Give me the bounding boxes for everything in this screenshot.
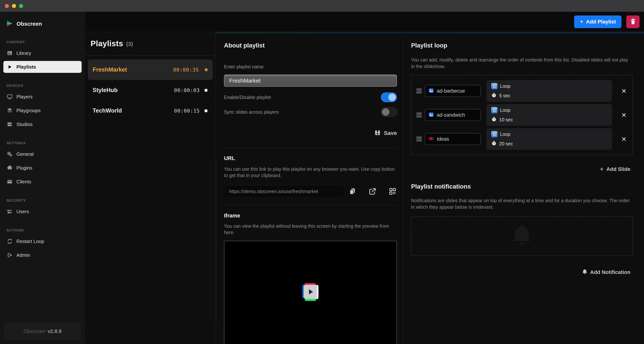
add-notification-button[interactable]: Add Notification <box>411 268 630 276</box>
slides-container: ad-barbecue Loop <box>411 75 633 155</box>
playlist-url-input[interactable] <box>224 185 344 198</box>
maximize-window-button[interactable] <box>19 4 23 8</box>
sidebar-item-label: Playlists <box>16 64 36 70</box>
sidebar-item-general[interactable]: General <box>0 148 85 160</box>
slide-settings-card[interactable]: Loop 5 sec <box>486 80 612 102</box>
sidebar-item-label: Players <box>16 94 32 100</box>
sidebar-item-label: Clients <box>16 179 31 185</box>
sidebar-item-studios[interactable]: Studios <box>0 118 85 130</box>
slide-name-pill[interactable]: ad-sandwich <box>425 109 481 121</box>
sidebar-item-clients[interactable]: Clients <box>0 176 85 188</box>
image-icon <box>6 50 13 56</box>
playlist-row-freshmarket[interactable]: FreshMarket 00:00:35 ★ <box>88 60 213 80</box>
url-section-title: URL <box>224 155 397 162</box>
slide-row-ad-barbecue: ad-barbecue Loop <box>416 80 628 102</box>
play-icon <box>6 64 13 70</box>
sidebar-item-plugins[interactable]: Plugins <box>0 162 85 174</box>
minimize-window-button[interactable] <box>12 4 16 8</box>
loop-icon <box>491 107 498 113</box>
playlist-duration: 00:00:15 <box>174 108 200 114</box>
add-slide-button[interactable]: + Add Slide <box>411 165 630 173</box>
sidebar-section-devices: DEVICES <box>6 84 85 88</box>
sync-slides-row: Sync slides across players <box>224 107 397 117</box>
sidebar-section-security: SECURITY <box>6 198 85 203</box>
playlist-loop-panel: Playlist loop You can add, modify, delet… <box>402 32 644 344</box>
iframe-section-title: Iframe <box>224 212 397 219</box>
sidebar-item-label: Playgroups <box>16 108 40 114</box>
remove-slide-button[interactable]: × <box>620 87 628 95</box>
remove-slide-button[interactable]: × <box>620 111 628 119</box>
slide-settings-card[interactable]: Loop 10 sec <box>486 104 612 126</box>
drag-handle-icon[interactable] <box>416 89 422 93</box>
layers-icon <box>6 108 13 114</box>
sidebar-item-playlists[interactable]: Playlists <box>3 61 82 73</box>
app-name: Obscreen <box>16 21 42 27</box>
playlist-row-stylehub[interactable]: StyleHub 00:00:03 <box>88 80 213 100</box>
sidebar-item-label: Plugins <box>16 165 32 171</box>
playlist-name-input[interactable] <box>224 74 397 87</box>
stopwatch-icon <box>491 116 497 123</box>
puzzle-icon <box>6 165 13 171</box>
floppy-save-icon <box>374 129 381 137</box>
sidebar-item-label: Library <box>16 50 31 56</box>
sidebar-item-users[interactable]: Users <box>0 206 85 218</box>
drag-handle-icon[interactable] <box>416 113 422 117</box>
square-marker-icon <box>204 89 208 92</box>
sidebar-item-restart-loop[interactable]: Restart Loop <box>0 235 85 247</box>
remove-slide-button[interactable]: × <box>620 135 628 143</box>
sidebar-section-content: CONTENT <box>6 40 85 45</box>
playlist-name-label: Enter playlist name <box>224 64 397 70</box>
toggle-knob <box>388 94 396 101</box>
drag-handle-icon[interactable] <box>416 137 422 141</box>
about-playlist-panel: About playlist Enter playlist name Enabl… <box>215 32 402 344</box>
playlists-panel: Playlists (3) FreshMarket 00:00:35 ★ Sty… <box>85 32 215 344</box>
sidebar-item-label: Restart Loop <box>16 238 44 244</box>
iframe-section-description: You can view the playlist without leavin… <box>224 223 397 236</box>
playlist-duration: 00:00:35 <box>173 67 199 73</box>
section-divider <box>224 148 397 148</box>
refresh-icon <box>6 238 13 244</box>
playlists-title: Playlists <box>90 39 123 48</box>
sidebar-item-admin[interactable]: Admin <box>0 249 85 261</box>
footer-app-version: v2.8.9 <box>48 328 62 334</box>
playlist-row-techworld[interactable]: TechWorld 00:00:15 <box>88 100 213 121</box>
notifications-empty-container <box>411 216 633 256</box>
close-window-button[interactable] <box>5 4 9 8</box>
url-section-description: You can use this link to play this playl… <box>224 166 397 178</box>
loop-icon <box>491 131 498 137</box>
stopwatch-icon <box>491 140 497 147</box>
footer-app-name: Obscreen <box>24 328 45 334</box>
sidebar: Obscreen CONTENT Library Playlists DEVIC… <box>0 12 85 344</box>
slide-settings-card[interactable]: Loop 20 sec <box>486 128 612 150</box>
sidebar-item-players[interactable]: Players <box>0 91 85 103</box>
slide-name-pill[interactable]: ad-barbecue <box>425 85 481 97</box>
qr-code-button[interactable] <box>388 187 397 196</box>
playlist-loop-title: Playlist loop <box>411 42 633 49</box>
playlists-header: Playlists (3) <box>85 32 215 56</box>
add-playlist-button[interactable]: + Add Playlist <box>574 16 622 28</box>
sidebar-item-library[interactable]: Library <box>0 47 85 59</box>
top-action-bar: + Add Playlist <box>85 12 644 32</box>
playlist-duration: 00:00:03 <box>174 88 200 93</box>
panel-scrollbar[interactable] <box>216 161 217 323</box>
playlists-list: FreshMarket 00:00:35 ★ StyleHub 00:00:03… <box>85 56 215 121</box>
sidebar-item-label: Studios <box>16 122 32 127</box>
slide-name-pill[interactable]: Ideas <box>425 133 481 145</box>
copy-url-button[interactable] <box>348 187 357 196</box>
iframe-preview[interactable] <box>224 241 397 344</box>
open-external-link-button[interactable] <box>368 187 377 196</box>
sidebar-item-label: Admin <box>16 252 30 258</box>
enable-playlist-toggle[interactable] <box>381 92 397 102</box>
url-row <box>224 185 397 198</box>
save-button[interactable]: Save <box>224 129 397 137</box>
bell-placeholder-icon <box>511 224 533 248</box>
playlist-notifications-title: Playlist notifications <box>411 183 633 190</box>
logout-icon <box>6 252 13 258</box>
users-icon <box>6 208 13 215</box>
sync-slides-toggle[interactable] <box>381 107 397 117</box>
delete-playlist-button[interactable] <box>626 16 640 28</box>
section-divider <box>224 205 397 205</box>
app-logo: Obscreen <box>6 19 85 28</box>
image-icon <box>428 112 434 118</box>
sidebar-item-playgroups[interactable]: Playgroups <box>0 104 85 116</box>
